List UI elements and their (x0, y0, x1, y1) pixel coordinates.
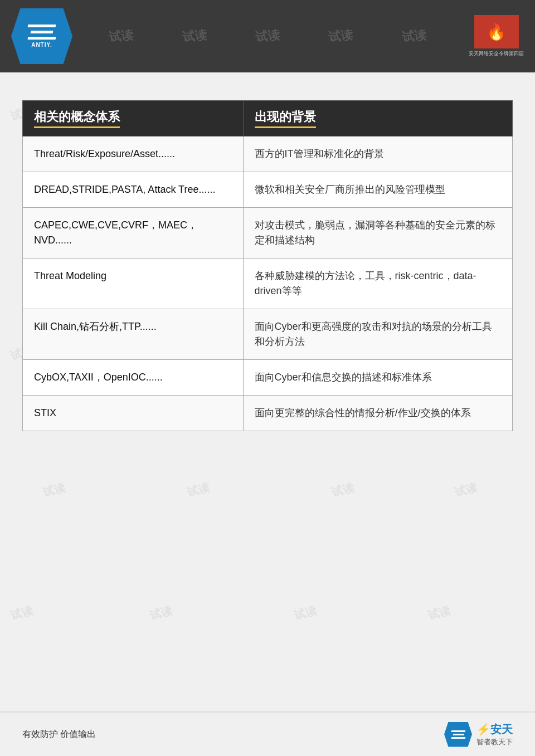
col2-header-text: 出现的背景 (255, 109, 316, 128)
table-cell-col2: 各种威胁建模的方法论，工具，risk-centric，data-driven等等 (243, 258, 512, 309)
logo-line-3 (28, 37, 56, 40)
table-row: DREAD,STRIDE,PASTA, Attack Tree......微软和… (23, 172, 513, 208)
bw-13: 试读 (41, 480, 67, 500)
table-row: Threat Modeling各种威胁建模的方法论，工具，risk-centri… (23, 258, 513, 309)
header-watermark: 试读 试读 试读 试读 试读 试读 试读 (0, 0, 535, 72)
table-row: STIX面向更完整的综合性的情报分析/作业/交换的体系 (23, 396, 513, 431)
table-cell-col2: 对攻击模式，脆弱点，漏洞等各种基础的安全元素的标定和描述结构 (243, 208, 512, 258)
bw-18: 试读 (148, 603, 174, 623)
header: ANTIY. 试读 试读 试读 试读 试读 试读 试读 安天网络安全令牌第四届 (0, 0, 535, 72)
table-cell-col2: 西方的IT管理和标准化的背景 (243, 136, 512, 172)
footer-brand-text: ⚡安天 智者教天下 (476, 722, 513, 747)
main-content: 相关的概念体系 出现的背景 Threat/Risk/Exposure/Asset… (0, 72, 535, 448)
table-row: CybOX,TAXII，OpenIOC......面向Cyber和信息交换的描述… (23, 360, 513, 396)
col2-header: 出现的背景 (243, 101, 512, 136)
table-header-row: 相关的概念体系 出现的背景 (23, 101, 513, 136)
table-row: Threat/Risk/Exposure/Asset......西方的IT管理和… (23, 136, 513, 172)
watermark-6: 试读 (401, 27, 427, 46)
footer: 有效防护 价值输出 ⚡安天 智者教天下 (0, 711, 535, 756)
table-cell-col2: 面向Cyber和信息交换的描述和标准体系 (243, 360, 512, 396)
table-row: CAPEC,CWE,CVE,CVRF，MAEC，NVD......对攻击模式，脆… (23, 208, 513, 258)
table-cell-col2: 面向Cyber和更高强度的攻击和对抗的场景的分析工具和分析方法 (243, 309, 512, 360)
logo-text: ANTIY. (31, 42, 52, 48)
table-cell-col1: Threat/Risk/Exposure/Asset...... (23, 136, 244, 172)
logo-line-1 (28, 25, 56, 27)
bw-15: 试读 (330, 480, 356, 500)
table-cell-col1: CybOX,TAXII，OpenIOC...... (23, 360, 244, 396)
table-body: Threat/Risk/Exposure/Asset......西方的IT管理和… (23, 136, 513, 431)
footer-brand-main: ⚡安天 (476, 722, 513, 737)
bw-16: 试读 (453, 480, 479, 500)
table-cell-col1: Kill Chain,钻石分析,TTP...... (23, 309, 244, 360)
main-table: 相关的概念体系 出现的背景 Threat/Risk/Exposure/Asset… (22, 100, 513, 431)
bw-17: 试读 (9, 603, 35, 623)
footer-logo-line-3 (451, 737, 465, 739)
bw-14: 试读 (186, 480, 211, 500)
brand-icon (474, 15, 519, 48)
footer-logo: ⚡安天 智者教天下 (444, 722, 513, 747)
footer-logo-line-1 (451, 730, 465, 732)
watermark-3: 试读 (181, 27, 207, 46)
footer-right: ⚡安天 智者教天下 (444, 722, 513, 747)
watermark-5: 试读 (328, 27, 353, 46)
watermark-2: 试读 (108, 27, 134, 46)
watermark-4: 试读 (255, 27, 280, 46)
table-cell-col1: STIX (23, 396, 244, 431)
logo-lines (28, 25, 56, 40)
table-cell-col1: DREAD,STRIDE,PASTA, Attack Tree...... (23, 172, 244, 208)
logo: ANTIY. (11, 8, 72, 64)
table-cell-col1: CAPEC,CWE,CVE,CVRF，MAEC，NVD...... (23, 208, 244, 258)
footer-logo-icon (444, 722, 472, 747)
table-cell-col1: Threat Modeling (23, 258, 244, 309)
footer-logo-lines (451, 730, 465, 739)
bw-20: 试读 (426, 603, 452, 623)
footer-logo-line-2 (453, 734, 464, 735)
bw-19: 试读 (293, 603, 318, 623)
table-cell-col2: 微软和相关安全厂商所推出的风险管理模型 (243, 172, 512, 208)
col1-header-text: 相关的概念体系 (34, 109, 120, 128)
col1-header: 相关的概念体系 (23, 101, 244, 136)
header-brand: 安天网络安全令牌第四届 (469, 15, 524, 57)
brand-subtitle: 安天网络安全令牌第四届 (469, 50, 524, 57)
table-row: Kill Chain,钻石分析,TTP......面向Cyber和更高强度的攻击… (23, 309, 513, 360)
footer-brand-sub: 智者教天下 (476, 737, 513, 747)
table-cell-col2: 面向更完整的综合性的情报分析/作业/交换的体系 (243, 396, 512, 431)
logo-line-2 (31, 31, 54, 33)
footer-left-text: 有效防护 价值输出 (22, 729, 96, 740)
